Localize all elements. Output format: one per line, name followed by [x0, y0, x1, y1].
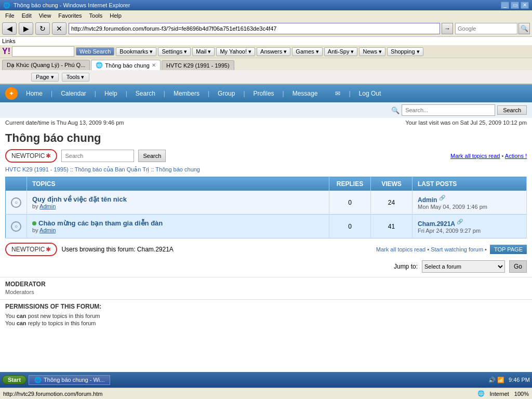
ie-search-input[interactable]	[455, 23, 517, 34]
yahoo-settings-button[interactable]: Settings ▾	[158, 47, 191, 56]
yahoo-answers-button[interactable]: Answers ▾	[257, 47, 290, 56]
nav-members[interactable]: Members	[166, 87, 207, 100]
back-button[interactable]: ◀	[2, 22, 17, 35]
yahoo-antispy-button[interactable]: Anti-Spy ▾	[324, 47, 358, 56]
yahoo-search-input[interactable]	[12, 46, 74, 57]
menu-edit[interactable]: Edit	[19, 11, 35, 20]
newtopic-star: ✱	[46, 152, 51, 159]
tab-icon: 🌐	[96, 62, 103, 69]
close-button[interactable]: ✕	[521, 2, 529, 9]
menu-tools[interactable]: Tools	[86, 11, 106, 20]
row1-replies: 0	[329, 191, 371, 215]
topic-search-input[interactable]	[61, 150, 134, 162]
actions-link[interactable]: Actions !	[505, 153, 527, 159]
nav-profiles[interactable]: Profiles	[246, 87, 282, 100]
newtopic-label: NEWTOPIC	[11, 152, 45, 159]
ie-search-button[interactable]: 🔍	[518, 23, 530, 34]
tab-dakhuc[interactable]: Dạ Khúc (Quang Lý) - Phú Q...	[2, 60, 90, 70]
stop-button[interactable]: ✕	[52, 22, 66, 35]
row2-replies: 0	[329, 215, 371, 238]
menu-file[interactable]: File	[2, 11, 18, 20]
bottom-newtopic-label: NEWTOPIC	[11, 246, 45, 253]
bottom-newtopic-star: ✱	[46, 246, 51, 253]
nav-home[interactable]: Home	[19, 87, 50, 100]
row2-lastpost: Cham.2921A 🔗 Fri Apr 24, 2009 9:27 pm	[413, 215, 527, 238]
bottom-watch-link[interactable]: Start watching forum	[431, 246, 483, 252]
tools-menu-button[interactable]: Tools ▾	[62, 73, 89, 82]
moderators-content: Moderators	[5, 288, 527, 296]
action-left: NEWTOPIC✱ Search	[5, 149, 166, 163]
browser-icon: 🌐	[3, 2, 10, 9]
menu-view[interactable]: View	[36, 11, 55, 20]
go-button[interactable]: →	[442, 23, 453, 34]
top-page-button[interactable]: TOP PAGE	[490, 245, 527, 254]
message-icon: ✉	[328, 87, 348, 100]
bottom-mark-all-link[interactable]: Mark all topics read	[376, 246, 425, 252]
topic-title-1[interactable]: Quy định về việc đặt tên nick	[32, 195, 324, 203]
breadcrumb-hvtck29[interactable]: HVTC K29 (1991 - 1995)	[5, 166, 69, 172]
lastpost-date-2: Fri Apr 24, 2009 9:27 pm	[418, 228, 521, 234]
tab-thongbaochung[interactable]: 🌐 Thông báo chung ✕	[91, 60, 161, 70]
yahoo-toolbar: Y! Web Search Bookmarks ▾ Settings ▾ Mai…	[0, 45, 532, 58]
links-label: Links	[2, 38, 16, 44]
perm-can-2: can	[17, 320, 26, 326]
yahoo-games-button[interactable]: Games ▾	[292, 47, 323, 56]
newtopic-button[interactable]: NEWTOPIC✱	[5, 149, 57, 163]
forum-search-button[interactable]: Search	[497, 105, 527, 115]
links-bar: Links	[0, 37, 532, 45]
title-bar: 🌐 Thông báo chung - Windows Internet Exp…	[0, 0, 532, 10]
breadcrumb-thongbaochung[interactable]: Thông báo chung	[155, 166, 200, 172]
refresh-button[interactable]: ↻	[35, 22, 50, 35]
row2-views: 41	[371, 215, 413, 238]
maximize-button[interactable]: ▭	[511, 2, 519, 9]
menu-favorites[interactable]: Favorites	[55, 11, 85, 20]
tab-close-icon[interactable]: ✕	[152, 62, 156, 68]
nav-help[interactable]: Help	[97, 87, 125, 100]
nav-group[interactable]: Group	[210, 87, 242, 100]
window-title: 🌐 Thông báo chung - Windows Internet Exp…	[3, 2, 130, 9]
yahoo-mail-button[interactable]: Mail ▾	[192, 47, 215, 56]
bottom-newtopic-button[interactable]: NEWTOPIC✱	[5, 243, 57, 256]
window-controls[interactable]: _ ▭ ✕	[501, 2, 529, 9]
tab-hvtck29[interactable]: HVTC K29 (1991 - 1995)	[162, 60, 234, 70]
jump-label: Jump to:	[394, 263, 418, 270]
new-dot-icon	[32, 221, 36, 225]
forum-search-wrapper: 🔍 Search	[391, 104, 527, 116]
yahoo-shopping-button[interactable]: Shopping ▾	[387, 47, 423, 56]
forward-button[interactable]: ▶	[19, 22, 33, 35]
topic-title-2[interactable]: Chào mừng các bạn tham gia diễn đàn	[32, 219, 324, 227]
nav-logout[interactable]: Log Out	[352, 87, 389, 100]
lastpost-user-1[interactable]: Admin 🔗	[418, 195, 521, 204]
jump-row: Jump to: Select a forum Go	[0, 258, 532, 275]
menu-help[interactable]: Help	[107, 11, 125, 20]
topic-search-button[interactable]: Search	[138, 150, 166, 162]
minimize-button[interactable]: _	[501, 2, 509, 9]
forum-search-input[interactable]	[402, 104, 495, 116]
last-visit-info: Your last visit was on Sat Jul 25, 2009 …	[405, 119, 527, 126]
jump-go-button[interactable]: Go	[509, 260, 527, 273]
yahoo-web-search-button[interactable]: Web Search	[76, 47, 114, 56]
address-input[interactable]	[69, 23, 440, 34]
nav-message[interactable]: Message	[285, 87, 325, 100]
yahoo-bookmarks-button[interactable]: Bookmarks ▾	[116, 47, 156, 56]
page-menu-button[interactable]: Page ▾	[31, 73, 59, 82]
yahoo-myyahoo-button[interactable]: My Yahoo! ▾	[216, 47, 255, 56]
table-row: ○ Chào mừng các bạn tham gia diễn đàn by…	[6, 215, 527, 238]
permissions-section: PERMISSIONS OF THIS FORUM: You can post …	[0, 299, 532, 330]
nav-calendar[interactable]: Calendar	[54, 87, 94, 100]
nav-search[interactable]: Search	[128, 87, 163, 100]
yahoo-news-button[interactable]: News ▾	[359, 47, 385, 56]
bottom-mark-all: Mark all topics read • Start watching fo…	[376, 246, 487, 252]
permissions-title: PERMISSIONS OF THIS FORUM:	[5, 303, 527, 310]
row2-icon-cell: ○	[6, 215, 27, 238]
jump-select[interactable]: Select a forum	[422, 260, 505, 273]
breadcrumb-banquantri[interactable]: Thông báo của Ban Quản Trị	[75, 166, 150, 172]
address-bar: →	[69, 23, 453, 34]
lastpost-user-2[interactable]: Cham.2921A 🔗	[418, 219, 521, 228]
mark-all-link[interactable]: Mark all topics read	[450, 153, 500, 159]
topic-author-link-2[interactable]: Admin	[39, 227, 56, 233]
action-row: NEWTOPIC✱ Search Mark all topics read • …	[0, 147, 532, 165]
topic-author-link-1[interactable]: Admin	[39, 203, 56, 209]
forum-search-bar: 🔍 Search	[0, 102, 532, 118]
forum-nav: ✦ Home | Calendar | Help | Search | Memb…	[0, 85, 532, 102]
